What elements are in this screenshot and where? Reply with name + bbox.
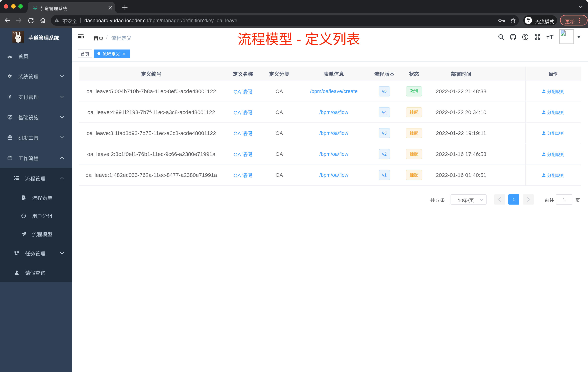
svg-text:¥: ¥ xyxy=(8,94,11,99)
